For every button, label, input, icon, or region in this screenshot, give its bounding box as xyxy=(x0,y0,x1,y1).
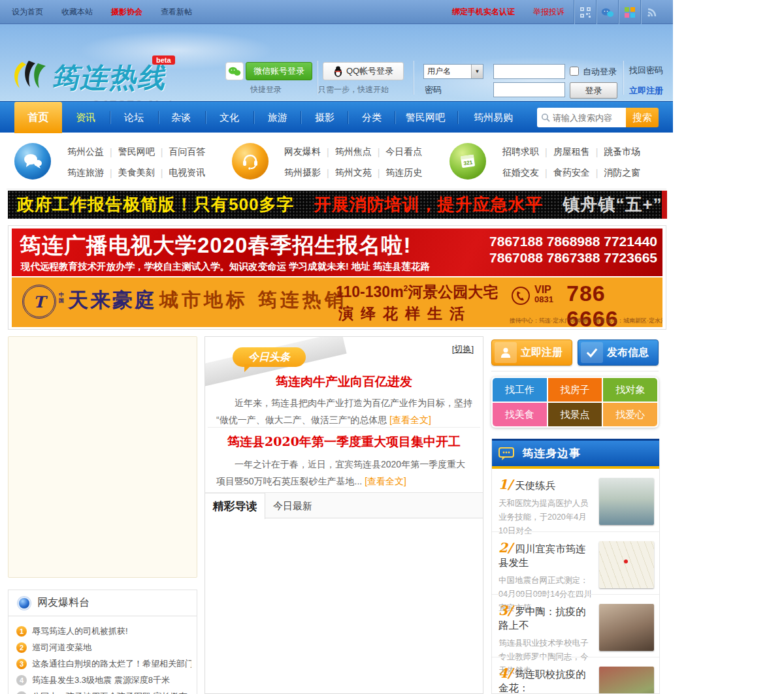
username-type-select[interactable]: 用户名 ▼ xyxy=(423,64,483,79)
search-button[interactable]: 搜索 xyxy=(626,108,659,127)
password-label: 密码 xyxy=(425,84,442,96)
panel-title: 网友爆料台 xyxy=(37,596,90,610)
read-more-link[interactable]: [查看全文] xyxy=(389,415,431,425)
nav-item-classified[interactable]: 分类 xyxy=(351,102,392,133)
site-logo-mark xyxy=(10,58,48,101)
subnav-link[interactable]: 美食美刻 xyxy=(116,167,157,179)
list-item[interactable]: 4筠连县发生3.3级地震 震源深度8千米 xyxy=(16,672,191,688)
nav-item-photography[interactable]: 摄影 xyxy=(304,102,345,133)
news-ticker[interactable]: 政府工作报告极简版！只有500多字 开展消防培训，提升应急水平 镇舟镇“五+”机… xyxy=(8,191,662,219)
subnav-link[interactable]: 消防之窗 xyxy=(602,167,642,179)
publish-button[interactable]: 发布信息 xyxy=(578,339,659,366)
subnav-link[interactable]: 食药安全 xyxy=(551,167,592,179)
nav-item-culture[interactable]: 文化 xyxy=(209,102,250,133)
news-item[interactable]: 2/四川宜宾市筠连县发生 中国地震台网正式测定：04月09日09时14分在四川宜… xyxy=(492,531,659,594)
password-input[interactable] xyxy=(493,82,565,97)
article-title[interactable]: 筠连县2020年第一季度重大项目集中开工 xyxy=(205,434,483,450)
find-job-button[interactable]: 找工作 xyxy=(493,378,547,402)
news-item[interactable]: 1/天使练兵 天和医院为提高医护人员业务技能，于2020年4月10日对全 xyxy=(492,469,659,531)
find-charity-button[interactable]: 找爱心 xyxy=(603,403,657,426)
subnav-link[interactable]: 今日看点 xyxy=(384,146,424,158)
subnav-link[interactable]: 筠连旅游 xyxy=(65,167,106,179)
search-input[interactable] xyxy=(553,113,621,123)
subnav-link[interactable]: 筠州摄影 xyxy=(282,167,323,179)
list-item[interactable]: 3这条通往白荆坝的路太烂了！希望相关部门 xyxy=(16,655,191,672)
news-photo[interactable] xyxy=(599,667,654,694)
login-button[interactable]: 登录 xyxy=(570,82,617,99)
qr-code-icon[interactable] xyxy=(574,0,596,24)
news-photo[interactable] xyxy=(599,478,654,525)
headline-panel: 今日头条 [切换] 筠连肉牛产业向百亿进发 近年来，筠连县把肉牛产业打造为百亿产… xyxy=(204,336,483,694)
site-name: 筠连热线 xyxy=(51,59,166,96)
divider xyxy=(457,111,458,124)
subnav-link[interactable]: 跳蚤市场 xyxy=(602,146,642,158)
apps-grid-icon[interactable] xyxy=(618,0,640,24)
favorite-link[interactable]: 收藏本站 xyxy=(61,7,93,18)
find-partner-button[interactable]: 找对象 xyxy=(603,378,657,402)
forgot-password-link[interactable]: 找回密码 xyxy=(629,65,663,76)
ad-phone-line: 7867088 7867388 7723665 xyxy=(489,249,657,266)
nav-item-shopping[interactable]: 筠州易购 xyxy=(468,102,519,133)
beta-badge: beta xyxy=(152,55,175,65)
search-box xyxy=(537,108,626,127)
left-slider-placeholder[interactable] xyxy=(8,336,197,578)
article-title[interactable]: 筠连肉牛产业向百亿进发 xyxy=(205,373,483,390)
subnav-link[interactable]: 筠州文苑 xyxy=(333,167,374,179)
digest-tabbar: 精彩导读 今日最新 xyxy=(205,492,483,518)
divider xyxy=(395,111,395,124)
bind-phone-link[interactable]: 绑定手机实名认证 xyxy=(443,7,524,18)
tv-university-ad[interactable]: 筠连广播电视大学2020春季招生报名啦! 7867188 7868988 772… xyxy=(12,229,662,276)
ticker-item: 镇舟镇“五+”机制 xyxy=(563,193,662,216)
real-estate-ad[interactable]: T 中国 天来豪庭 城市地标 筠连热销 110-130m2河景公园大宅 演绎花样… xyxy=(12,277,662,327)
divider xyxy=(317,61,318,95)
set-home-link[interactable]: 设为首页 xyxy=(12,7,43,18)
read-more-link[interactable]: [查看全文] xyxy=(365,476,406,486)
qq-login-button[interactable]: QQ帐号登录 xyxy=(323,62,404,80)
photo-association-link[interactable]: 摄影协会 xyxy=(111,7,142,18)
register-button[interactable]: 立即注册 xyxy=(491,339,572,366)
subnav-link[interactable]: 招聘求职 xyxy=(500,146,541,158)
switch-link[interactable]: [切换] xyxy=(452,343,474,355)
nav-item-travel[interactable]: 旅游 xyxy=(257,102,298,133)
find-scenery-button[interactable]: 找景点 xyxy=(548,403,602,426)
nav-item-police-web[interactable]: 警民网吧 xyxy=(400,102,451,133)
rss-icon[interactable] xyxy=(640,0,662,24)
register-link[interactable]: 立即注册 xyxy=(629,85,663,97)
nav-item-home[interactable]: 首页 xyxy=(14,102,62,133)
subnav-link[interactable]: 筠州公益 xyxy=(65,146,106,158)
news-photo[interactable] xyxy=(599,541,654,588)
wechat-login-button[interactable]: 微信账号登录 xyxy=(246,62,312,80)
ticker-item: 开展消防培训，提升应急水平 xyxy=(314,193,543,216)
wechat-icon[interactable] xyxy=(596,0,618,24)
subnav-link[interactable]: 网友爆料 xyxy=(282,146,323,158)
subnav-link[interactable]: 电视资讯 xyxy=(167,167,207,179)
new-posts-link[interactable]: 查看新帖 xyxy=(161,7,192,18)
subnav-link[interactable]: 筠连历史 xyxy=(384,167,424,179)
subnav-link[interactable]: 百问百答 xyxy=(167,146,207,158)
subnav-link[interactable]: 征婚交友 xyxy=(500,167,541,179)
nav-item-forum[interactable]: 论坛 xyxy=(114,102,154,133)
news-item[interactable]: 4/筠连职校抗疫的金花： 四川新闻网宜宾3月26日讯（彭 xyxy=(492,657,659,694)
find-house-button[interactable]: 找房子 xyxy=(548,378,602,402)
username-input[interactable] xyxy=(493,64,565,79)
auto-login-checkbox[interactable] xyxy=(570,67,579,76)
list-item[interactable]: 5公园内，孩子被四五个孩子围殴 家长撒布 xyxy=(16,688,191,694)
subnav-link[interactable]: 房屋租售 xyxy=(551,146,592,158)
tab-digest[interactable]: 精彩导读 xyxy=(205,492,265,519)
wechat-login-icon xyxy=(225,62,244,80)
subnav-link[interactable]: 警民网吧 xyxy=(116,146,157,158)
tab-latest[interactable]: 今日最新 xyxy=(273,493,312,519)
today-headline-badge: 今日头条 xyxy=(233,347,306,367)
nav-item-misc[interactable]: 杂谈 xyxy=(161,102,201,133)
report-link[interactable]: 举报投诉 xyxy=(524,7,574,18)
local-news-panel: 筠连身边事 1/天使练兵 天和医院为提高医护人员业务技能，于2020年4月10日… xyxy=(491,439,660,694)
news-item[interactable]: 3/罗中陶：抗疫的路上不 筠连县职业技术学校电子专业教师罗中陶同志，今天依然走 xyxy=(492,594,659,657)
nav-item-news[interactable]: 资讯 xyxy=(65,102,106,133)
divider xyxy=(158,111,159,124)
subnav-link[interactable]: 筠州焦点 xyxy=(333,146,374,158)
news-photo[interactable] xyxy=(599,604,654,651)
list-item[interactable]: 2巡司河道变菜地 xyxy=(16,639,191,655)
find-food-button[interactable]: 找美食 xyxy=(493,403,547,426)
list-item[interactable]: 1辱骂筠连人的司机被抓获! xyxy=(16,623,191,639)
estate-note: 接待中心：筠连·定水广场南侧 xyxy=(510,317,588,324)
